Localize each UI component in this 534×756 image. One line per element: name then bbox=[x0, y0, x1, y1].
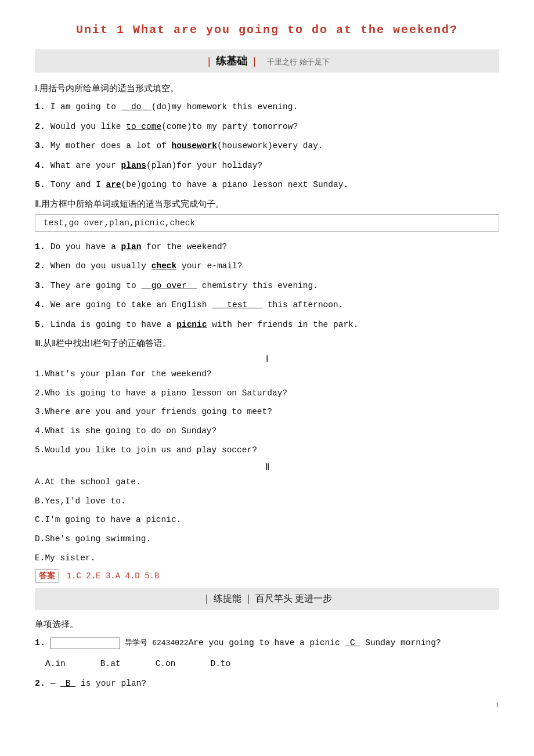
item-num: 2. bbox=[35, 261, 45, 271]
section1-title: 练基础 bbox=[216, 55, 247, 67]
item-num: 3. bbox=[35, 281, 45, 291]
answer-blank: C bbox=[345, 638, 360, 647]
part3-instruction: Ⅲ.从Ⅱ栏中找出Ⅰ栏句子的正确答语。 bbox=[35, 338, 499, 349]
section1-subtitle: 千里之行 始于足下 bbox=[267, 57, 329, 66]
item-num: 5. bbox=[35, 180, 45, 190]
list-item: 2. When do you usually check your e-mail… bbox=[35, 259, 499, 274]
list-item: D.She's going swimming. bbox=[35, 532, 499, 546]
word-box: test,go over,plan,picnic,check bbox=[35, 214, 499, 232]
bar1: ｜ bbox=[204, 56, 214, 66]
bar3: ｜ bbox=[202, 593, 211, 603]
answer-blank: do bbox=[121, 102, 151, 111]
list-item: 1.What's your plan for the weekend? bbox=[35, 367, 499, 381]
bar2: ｜ bbox=[250, 56, 259, 66]
answer-blank: go over bbox=[141, 281, 197, 290]
answer-blank: plans bbox=[121, 161, 147, 170]
list-item: 5. Tony and I are(be)going to have a pia… bbox=[35, 178, 499, 193]
section2-title: 练提能 bbox=[214, 593, 241, 603]
option-a: A.in bbox=[45, 659, 66, 668]
col2-header: Ⅱ bbox=[35, 462, 499, 473]
answer-blank: check bbox=[151, 261, 177, 271]
list-item: A.At the school gate. bbox=[35, 475, 499, 489]
list-item: 5. Linda is going to have a picnic with … bbox=[35, 318, 499, 333]
list-item: 3. They are going to go over chemistry t… bbox=[35, 279, 499, 294]
answer-blank: housework bbox=[172, 141, 217, 150]
bar4: ｜ bbox=[244, 593, 253, 603]
section2-header: ｜ 练提能 ｜ 百尺竿头 更进一步 bbox=[35, 588, 499, 610]
list-item: 4.What is she going to do on Sunday? bbox=[35, 424, 499, 438]
section2-subtitle: 百尺竿头 更进一步 bbox=[255, 593, 332, 603]
answer-blank: to come bbox=[126, 122, 161, 131]
options-row: A.in B.at C.on D.to bbox=[45, 659, 499, 668]
page-number: 1 bbox=[35, 700, 499, 710]
guide-num: 导学号 62434022 bbox=[125, 639, 188, 647]
item-num: 2. bbox=[35, 679, 45, 689]
item-num: 2. bbox=[35, 122, 45, 132]
list-item: C.I'm going to have a picnic. bbox=[35, 513, 499, 527]
list-item: 2.Who is going to have a piano lesson on… bbox=[35, 386, 499, 401]
list-item: 2. Would you like to come(come)to my par… bbox=[35, 120, 499, 135]
list-item: 4. We are going to take an English test … bbox=[35, 298, 499, 313]
answer-line: 答案 1.C 2.E 3.A 4.D 5.B bbox=[35, 570, 499, 582]
part2-instruction: Ⅱ.用方框中所给单词或短语的适当形式完成句子。 bbox=[35, 199, 499, 210]
guide-blank bbox=[50, 638, 120, 649]
list-item: 2. — B is your plan? bbox=[35, 676, 499, 692]
answer-blank: are bbox=[106, 180, 121, 189]
list-item: 3.Where are you and your friends going t… bbox=[35, 405, 499, 419]
answer-blank: picnic bbox=[176, 320, 207, 329]
answer-label: 答案 bbox=[35, 570, 59, 582]
option-d: D.to bbox=[210, 659, 230, 668]
section1-header: ｜ 练基础 ｜ 千里之行 始于足下 bbox=[35, 49, 499, 73]
list-item: B.Yes,I'd love to. bbox=[35, 494, 499, 509]
list-item: 5.Would you like to join us and play soc… bbox=[35, 443, 499, 458]
option-c: C.on bbox=[156, 659, 176, 668]
item-num: 5. bbox=[35, 320, 45, 330]
answer-blank: plan bbox=[121, 242, 142, 251]
item-num: 1. bbox=[35, 102, 45, 112]
list-item: 3. My mother does a lot of housework(hou… bbox=[35, 139, 499, 154]
answer-blank: B bbox=[60, 679, 75, 688]
item-num: 4. bbox=[35, 161, 45, 171]
col1-header: Ⅰ bbox=[35, 354, 499, 365]
item-num: 1. bbox=[35, 638, 45, 648]
option-b: B.at bbox=[100, 659, 121, 668]
part1-instruction: Ⅰ.用括号内所给单词的适当形式填空。 bbox=[35, 83, 499, 94]
list-item: 1. I am going to do (do)my homework this… bbox=[35, 100, 499, 115]
item-num: 1. bbox=[35, 242, 45, 252]
page-title: Unit 1 What are you going to do at the w… bbox=[35, 23, 499, 37]
item-num: 3. bbox=[35, 141, 45, 151]
answer-blank: test bbox=[212, 300, 262, 309]
list-item: 1. 导学号 62434022Are you going to have a p… bbox=[35, 636, 499, 651]
answer-text: 1.C 2.E 3.A 4.D 5.B bbox=[67, 571, 160, 581]
list-item: E.My sister. bbox=[35, 551, 499, 566]
list-item: 4. What are your plans(plan)for your hol… bbox=[35, 159, 499, 174]
list-item: 1. Do you have a plan for the weekend? bbox=[35, 240, 499, 255]
part4-instruction: 单项选择。 bbox=[35, 619, 499, 630]
item-num: 4. bbox=[35, 300, 45, 310]
